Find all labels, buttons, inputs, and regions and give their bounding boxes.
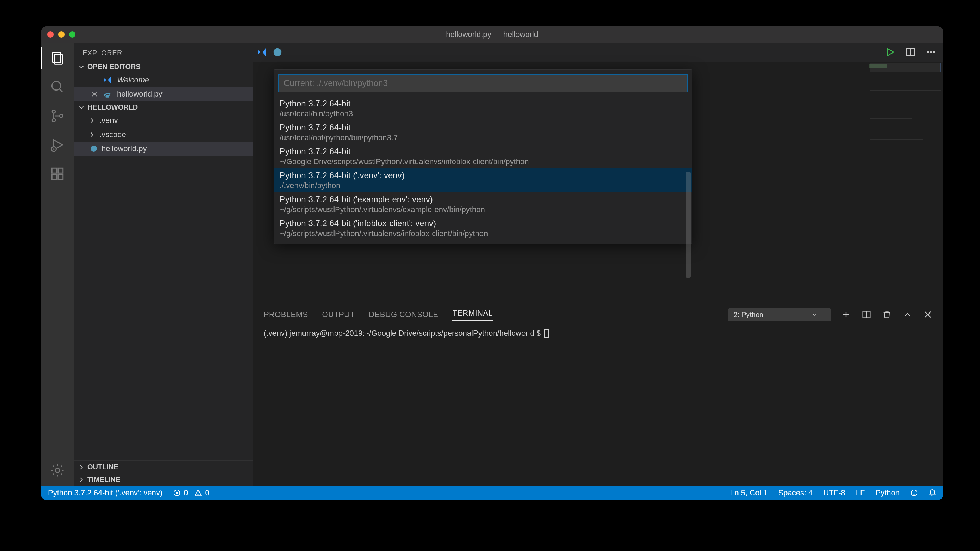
quickpick-item[interactable]: Python 3.7.2 64-bit /usr/local/bin/pytho… <box>274 97 692 121</box>
svg-point-5 <box>52 119 55 122</box>
status-language[interactable]: Python <box>876 488 900 497</box>
quickpick-list: Python 3.7.2 64-bit /usr/local/bin/pytho… <box>274 97 692 244</box>
status-cursor-position[interactable]: Ln 5, Col 1 <box>730 488 767 497</box>
explorer-sidebar: EXPLORER OPEN EDITORS Welcome helloworld… <box>74 43 253 486</box>
svg-point-35 <box>911 490 917 496</box>
folder-label: HELLOWORLD <box>88 103 138 111</box>
svg-rect-9 <box>52 168 57 173</box>
outline-header[interactable]: OUTLINE <box>74 460 253 473</box>
tree-folder[interactable]: .venv <box>74 113 253 127</box>
status-bar: Python 3.7.2 64-bit ('.venv': venv) 0 0 … <box>41 486 943 500</box>
run-icon[interactable] <box>885 47 896 57</box>
chevron-right-icon <box>88 131 96 138</box>
vscode-icon <box>103 75 112 84</box>
quickpick-item[interactable]: Python 3.7.2 64-bit /usr/local/opt/pytho… <box>274 121 692 144</box>
close-icon[interactable] <box>91 91 98 98</box>
tree-file[interactable]: helloworld.py <box>74 141 253 156</box>
terminal-cursor <box>544 329 549 338</box>
vscode-icon[interactable] <box>257 47 267 57</box>
svg-point-16 <box>91 146 97 152</box>
bell-icon <box>929 489 936 497</box>
terminal-selector[interactable]: 2: Python <box>728 308 830 321</box>
tree-folder[interactable]: .vscode <box>74 127 253 141</box>
svg-rect-12 <box>58 168 63 173</box>
quickpick-scrollbar[interactable] <box>686 172 690 278</box>
quickpick-item[interactable]: Python 3.7.2 64-bit ('example-env': venv… <box>274 192 692 216</box>
quickpick-item[interactable]: Python 3.7.2 64-bit ('infoblox-client': … <box>274 216 692 240</box>
tree-label: .vscode <box>99 130 126 139</box>
tree-label: helloworld.py <box>102 144 146 153</box>
panel-tab-output[interactable]: OUTPUT <box>322 310 355 319</box>
chevron-right-icon <box>88 117 96 124</box>
run-debug-icon[interactable] <box>49 137 66 153</box>
svg-point-17 <box>274 48 282 56</box>
vscode-window: helloworld.py — helloworld <box>41 26 943 500</box>
python-file-icon <box>103 89 112 98</box>
status-encoding[interactable]: UTF-8 <box>823 488 845 497</box>
terminal-prompt-line: (.venv) jemurray@mbp-2019:~/Google Drive… <box>264 329 543 338</box>
quickpick-item-title: Python 3.7.2 64-bit ('example-env': venv… <box>280 194 686 204</box>
more-icon[interactable] <box>926 47 936 57</box>
activity-bar <box>41 43 74 486</box>
minimap[interactable] <box>866 62 943 305</box>
svg-marker-18 <box>888 49 894 56</box>
new-terminal-icon[interactable] <box>841 310 851 319</box>
chevron-right-icon <box>78 463 85 471</box>
panel-tab-debug-console[interactable]: DEBUG CONSOLE <box>369 310 438 319</box>
svg-point-21 <box>927 51 929 53</box>
quickpick-item[interactable]: Python 3.7.2 64-bit ~/Google Drive/scrip… <box>274 144 692 168</box>
editor-tabbar <box>253 43 943 62</box>
status-python-interpreter[interactable]: Python 3.7.2 64-bit ('.venv': venv) <box>48 488 162 497</box>
python-file-icon[interactable] <box>272 47 283 57</box>
svg-rect-11 <box>58 175 63 179</box>
quickpick-item-title: Python 3.7.2 64-bit <box>280 98 686 108</box>
status-errors[interactable]: 0 0 <box>173 488 209 497</box>
svg-point-6 <box>60 114 63 118</box>
quickpick-item-path: ~/g/scripts/wustlPython/.virtualenvs/exa… <box>280 205 686 214</box>
timeline-header[interactable]: TIMELINE <box>74 473 253 486</box>
quickpick-item-title: Python 3.7.2 64-bit <box>280 146 686 156</box>
status-notifications-icon[interactable] <box>929 489 936 497</box>
panel-tab-terminal[interactable]: TERMINAL <box>452 309 492 321</box>
chevron-down-icon <box>78 63 85 71</box>
source-control-icon[interactable] <box>49 108 66 124</box>
open-editor-label: Welcome <box>117 75 149 84</box>
maximize-panel-icon[interactable] <box>902 310 912 319</box>
extensions-icon[interactable] <box>49 165 66 182</box>
timeline-label: TIMELINE <box>88 476 120 484</box>
open-editors-header[interactable]: OPEN EDITORS <box>74 60 253 73</box>
status-feedback-icon[interactable] <box>910 489 918 497</box>
panel-tabbar: PROBLEMS OUTPUT DEBUG CONSOLE TERMINAL 2… <box>253 305 943 324</box>
quickpick-item-path: ~/g/scripts/wustlPython/.virtualenvs/inf… <box>280 229 686 238</box>
quickpick-item-title: Python 3.7.2 64-bit ('.venv': venv) <box>280 170 686 180</box>
chevron-right-icon <box>78 476 85 484</box>
trash-icon[interactable] <box>882 310 892 319</box>
svg-rect-10 <box>52 175 57 179</box>
explorer-icon[interactable] <box>49 50 66 67</box>
sidebar-title: EXPLORER <box>74 43 253 60</box>
open-editor-item[interactable]: helloworld.py <box>74 87 253 101</box>
split-editor-icon[interactable] <box>905 47 916 57</box>
quickpick-item-title: Python 3.7.2 64-bit <box>280 122 686 132</box>
svg-point-34 <box>198 495 199 495</box>
split-terminal-icon[interactable] <box>862 310 872 319</box>
status-indentation[interactable]: Spaces: 4 <box>778 488 813 497</box>
chevron-down-icon <box>78 103 85 111</box>
close-panel-icon[interactable] <box>923 310 933 319</box>
bottom-panel: PROBLEMS OUTPUT DEBUG CONSOLE TERMINAL 2… <box>253 305 943 486</box>
error-icon <box>173 489 181 497</box>
quickpick-input[interactable] <box>278 74 688 92</box>
settings-gear-icon[interactable] <box>49 462 66 479</box>
quickpick-item-path: /usr/local/opt/python/bin/python3.7 <box>280 133 686 142</box>
svg-line-3 <box>59 89 62 92</box>
open-editor-item[interactable]: Welcome <box>74 73 253 87</box>
svg-point-22 <box>930 51 932 53</box>
quickpick-item[interactable]: Python 3.7.2 64-bit ('.venv': venv) ./.v… <box>274 168 692 192</box>
panel-tab-problems[interactable]: PROBLEMS <box>264 310 308 319</box>
window-title: helloworld.py — helloworld <box>41 30 943 39</box>
status-eol[interactable]: LF <box>856 488 865 497</box>
search-icon[interactable] <box>49 79 66 95</box>
chevron-down-icon <box>811 311 818 318</box>
folder-header[interactable]: HELLOWORLD <box>74 101 253 113</box>
terminal-content[interactable]: (.venv) jemurray@mbp-2019:~/Google Drive… <box>253 324 943 343</box>
